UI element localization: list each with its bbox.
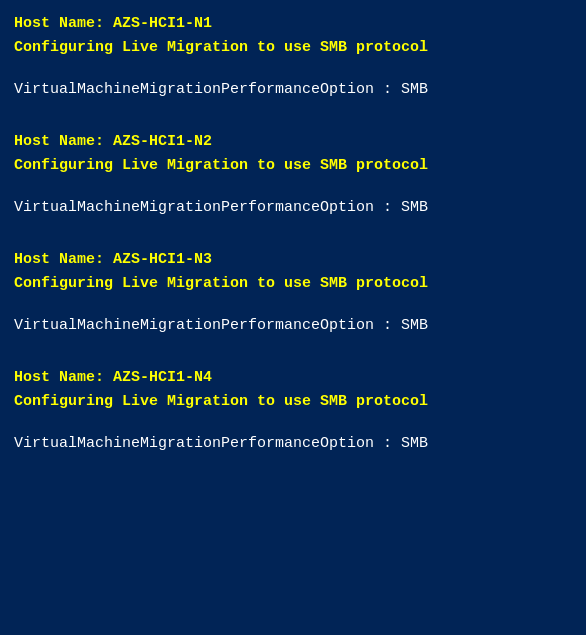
host-name: AZS-HCI1-N4	[113, 369, 212, 386]
host-name-line: Host Name: AZS-HCI1-N4	[14, 366, 572, 390]
option-key: VirtualMachineMigrationPerformanceOption	[14, 81, 374, 98]
host-name: AZS-HCI1-N3	[113, 251, 212, 268]
option-line: VirtualMachineMigrationPerformanceOption…	[14, 432, 572, 456]
option-separator: :	[374, 317, 401, 334]
host-name-line: Host Name: AZS-HCI1-N1	[14, 12, 572, 36]
option-line: VirtualMachineMigrationPerformanceOption…	[14, 314, 572, 338]
terminal-block-4: Host Name: AZS-HCI1-N4 Configuring Live …	[14, 366, 572, 456]
option-value: SMB	[401, 81, 428, 98]
host-name-line: Host Name: AZS-HCI1-N2	[14, 130, 572, 154]
option-line: VirtualMachineMigrationPerformanceOption…	[14, 196, 572, 220]
option-separator: :	[374, 199, 401, 216]
terminal-block-1: Host Name: AZS-HCI1-N1 Configuring Live …	[14, 12, 572, 102]
host-label: Host Name:	[14, 133, 113, 150]
option-key: VirtualMachineMigrationPerformanceOption	[14, 199, 374, 216]
host-name-line: Host Name: AZS-HCI1-N3	[14, 248, 572, 272]
option-line: VirtualMachineMigrationPerformanceOption…	[14, 78, 572, 102]
host-name: AZS-HCI1-N1	[113, 15, 212, 32]
host-label: Host Name:	[14, 369, 113, 386]
option-separator: :	[374, 81, 401, 98]
option-value: SMB	[401, 317, 428, 334]
host-label: Host Name:	[14, 15, 113, 32]
config-line: Configuring Live Migration to use SMB pr…	[14, 36, 572, 60]
host-label: Host Name:	[14, 251, 113, 268]
config-line: Configuring Live Migration to use SMB pr…	[14, 154, 572, 178]
option-key: VirtualMachineMigrationPerformanceOption	[14, 317, 374, 334]
option-key: VirtualMachineMigrationPerformanceOption	[14, 435, 374, 452]
host-name: AZS-HCI1-N2	[113, 133, 212, 150]
config-line: Configuring Live Migration to use SMB pr…	[14, 272, 572, 296]
option-value: SMB	[401, 199, 428, 216]
config-line: Configuring Live Migration to use SMB pr…	[14, 390, 572, 414]
terminal-block-2: Host Name: AZS-HCI1-N2 Configuring Live …	[14, 130, 572, 220]
option-separator: :	[374, 435, 401, 452]
option-value: SMB	[401, 435, 428, 452]
terminal-output: Host Name: AZS-HCI1-N1 Configuring Live …	[14, 12, 572, 456]
terminal-block-3: Host Name: AZS-HCI1-N3 Configuring Live …	[14, 248, 572, 338]
